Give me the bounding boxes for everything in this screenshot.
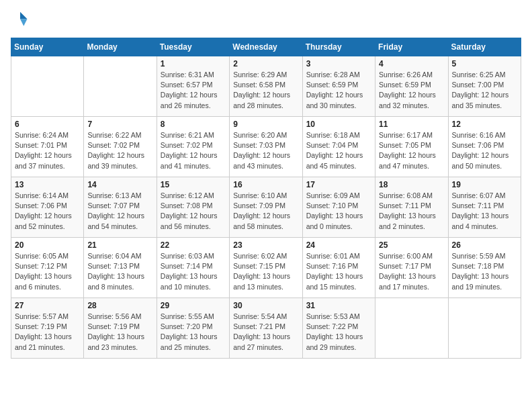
day-number: 13 (15, 180, 80, 189)
day-number: 8 (161, 120, 226, 129)
calendar-cell: 15Sunrise: 6:12 AM Sunset: 7:08 PM Dayli… (157, 177, 229, 238)
calendar-cell: 24Sunrise: 6:01 AM Sunset: 7:16 PM Dayli… (302, 238, 375, 298)
day-info: Sunrise: 5:56 AM Sunset: 7:19 PM Dayligh… (87, 312, 152, 353)
day-info: Sunrise: 6:22 AM Sunset: 7:02 PM Dayligh… (87, 130, 152, 171)
svg-marker-0 (20, 12, 28, 19)
calendar-cell: 12Sunrise: 6:16 AM Sunset: 7:06 PM Dayli… (448, 117, 521, 177)
calendar-cell: 1Sunrise: 6:31 AM Sunset: 6:57 PM Daylig… (157, 56, 229, 117)
day-info: Sunrise: 6:07 AM Sunset: 7:11 PM Dayligh… (452, 191, 517, 232)
calendar-cell (84, 56, 157, 117)
calendar-week-3: 13Sunrise: 6:14 AM Sunset: 7:06 PM Dayli… (11, 177, 521, 238)
day-number: 4 (379, 59, 444, 68)
calendar-cell: 26Sunrise: 5:59 AM Sunset: 7:18 PM Dayli… (448, 238, 521, 298)
calendar-week-4: 20Sunrise: 6:05 AM Sunset: 7:12 PM Dayli… (11, 238, 521, 298)
calendar-cell: 29Sunrise: 5:55 AM Sunset: 7:20 PM Dayli… (157, 298, 229, 359)
calendar-cell: 6Sunrise: 6:24 AM Sunset: 7:01 PM Daylig… (11, 117, 84, 177)
logo-icon (11, 11, 30, 30)
calendar-week-2: 6Sunrise: 6:24 AM Sunset: 7:01 PM Daylig… (11, 117, 521, 177)
day-info: Sunrise: 6:29 AM Sunset: 6:58 PM Dayligh… (233, 70, 298, 111)
day-info: Sunrise: 5:55 AM Sunset: 7:20 PM Dayligh… (161, 312, 226, 353)
day-number: 9 (233, 120, 298, 129)
calendar-cell: 10Sunrise: 6:18 AM Sunset: 7:04 PM Dayli… (302, 117, 375, 177)
day-info: Sunrise: 6:13 AM Sunset: 7:07 PM Dayligh… (87, 191, 152, 232)
calendar-cell: 23Sunrise: 6:02 AM Sunset: 7:15 PM Dayli… (230, 238, 302, 298)
calendar-cell: 5Sunrise: 6:25 AM Sunset: 7:00 PM Daylig… (448, 56, 521, 117)
day-number: 22 (161, 240, 226, 250)
calendar-body: 1Sunrise: 6:31 AM Sunset: 6:57 PM Daylig… (11, 56, 521, 359)
day-number: 26 (452, 240, 517, 250)
calendar-cell: 21Sunrise: 6:04 AM Sunset: 7:13 PM Dayli… (84, 238, 157, 298)
day-number: 16 (233, 180, 298, 189)
day-info: Sunrise: 6:17 AM Sunset: 7:05 PM Dayligh… (379, 130, 444, 171)
day-number: 18 (379, 180, 444, 189)
day-number: 6 (15, 120, 80, 129)
day-info: Sunrise: 6:03 AM Sunset: 7:14 PM Dayligh… (161, 251, 226, 292)
day-number: 7 (87, 120, 152, 129)
day-number: 31 (306, 301, 371, 310)
day-info: Sunrise: 6:08 AM Sunset: 7:11 PM Dayligh… (379, 191, 444, 232)
day-info: Sunrise: 6:02 AM Sunset: 7:15 PM Dayligh… (233, 251, 298, 292)
calendar-cell: 30Sunrise: 5:54 AM Sunset: 7:21 PM Dayli… (230, 298, 302, 359)
calendar-cell: 22Sunrise: 6:03 AM Sunset: 7:14 PM Dayli… (157, 238, 229, 298)
weekday-header-saturday: Saturday (448, 38, 521, 56)
day-number: 29 (161, 301, 226, 310)
day-info: Sunrise: 6:05 AM Sunset: 7:12 PM Dayligh… (15, 251, 80, 292)
calendar-cell (375, 298, 448, 359)
day-number: 30 (233, 301, 298, 310)
weekday-header-tuesday: Tuesday (157, 38, 229, 56)
day-number: 12 (452, 120, 517, 129)
day-number: 11 (379, 120, 444, 129)
day-info: Sunrise: 6:09 AM Sunset: 7:10 PM Dayligh… (306, 191, 371, 232)
calendar-header: SundayMondayTuesdayWednesdayThursdayFrid… (11, 38, 521, 56)
logo (11, 11, 34, 30)
day-number: 1 (161, 59, 226, 68)
day-number: 5 (452, 59, 517, 68)
calendar-cell: 7Sunrise: 6:22 AM Sunset: 7:02 PM Daylig… (84, 117, 157, 177)
day-number: 21 (87, 240, 152, 250)
calendar-cell: 14Sunrise: 6:13 AM Sunset: 7:07 PM Dayli… (84, 177, 157, 238)
calendar-cell: 18Sunrise: 6:08 AM Sunset: 7:11 PM Dayli… (375, 177, 448, 238)
calendar-cell: 2Sunrise: 6:29 AM Sunset: 6:58 PM Daylig… (230, 56, 302, 117)
weekday-header-friday: Friday (375, 38, 448, 56)
calendar-cell: 13Sunrise: 6:14 AM Sunset: 7:06 PM Dayli… (11, 177, 84, 238)
calendar-cell: 9Sunrise: 6:20 AM Sunset: 7:03 PM Daylig… (230, 117, 302, 177)
day-info: Sunrise: 6:25 AM Sunset: 7:00 PM Dayligh… (452, 70, 517, 111)
day-info: Sunrise: 6:16 AM Sunset: 7:06 PM Dayligh… (452, 130, 517, 171)
day-info: Sunrise: 5:54 AM Sunset: 7:21 PM Dayligh… (233, 312, 298, 353)
day-info: Sunrise: 6:12 AM Sunset: 7:08 PM Dayligh… (161, 191, 226, 232)
day-info: Sunrise: 5:59 AM Sunset: 7:18 PM Dayligh… (452, 251, 517, 292)
calendar-cell (448, 298, 521, 359)
day-info: Sunrise: 6:18 AM Sunset: 7:04 PM Dayligh… (306, 130, 371, 171)
day-info: Sunrise: 5:57 AM Sunset: 7:19 PM Dayligh… (15, 312, 80, 353)
day-info: Sunrise: 6:31 AM Sunset: 6:57 PM Dayligh… (161, 70, 226, 111)
day-number: 27 (15, 301, 80, 310)
svg-marker-1 (20, 19, 28, 26)
day-number: 28 (87, 301, 152, 310)
day-info: Sunrise: 6:01 AM Sunset: 7:16 PM Dayligh… (306, 251, 371, 292)
calendar-cell: 20Sunrise: 6:05 AM Sunset: 7:12 PM Dayli… (11, 238, 84, 298)
weekday-header-sunday: Sunday (11, 38, 84, 56)
day-number: 17 (306, 180, 371, 189)
weekday-header-row: SundayMondayTuesdayWednesdayThursdayFrid… (11, 38, 521, 56)
calendar-cell: 28Sunrise: 5:56 AM Sunset: 7:19 PM Dayli… (84, 298, 157, 359)
calendar-cell: 31Sunrise: 5:53 AM Sunset: 7:22 PM Dayli… (302, 298, 375, 359)
calendar-cell: 25Sunrise: 6:00 AM Sunset: 7:17 PM Dayli… (375, 238, 448, 298)
day-number: 15 (161, 180, 226, 189)
day-number: 10 (306, 120, 371, 129)
calendar-cell: 17Sunrise: 6:09 AM Sunset: 7:10 PM Dayli… (302, 177, 375, 238)
calendar-week-5: 27Sunrise: 5:57 AM Sunset: 7:19 PM Dayli… (11, 298, 521, 359)
weekday-header-wednesday: Wednesday (230, 38, 302, 56)
day-info: Sunrise: 6:24 AM Sunset: 7:01 PM Dayligh… (15, 130, 80, 171)
day-number: 25 (379, 240, 444, 250)
calendar-cell: 8Sunrise: 6:21 AM Sunset: 7:02 PM Daylig… (157, 117, 229, 177)
day-info: Sunrise: 6:21 AM Sunset: 7:02 PM Dayligh… (161, 130, 226, 171)
day-info: Sunrise: 6:20 AM Sunset: 7:03 PM Dayligh… (233, 130, 298, 171)
calendar-cell (11, 56, 84, 117)
weekday-header-thursday: Thursday (302, 38, 375, 56)
day-info: Sunrise: 6:00 AM Sunset: 7:17 PM Dayligh… (379, 251, 444, 292)
calendar-cell: 4Sunrise: 6:26 AM Sunset: 6:59 PM Daylig… (375, 56, 448, 117)
weekday-header-monday: Monday (84, 38, 157, 56)
day-number: 23 (233, 240, 298, 250)
calendar-cell: 11Sunrise: 6:17 AM Sunset: 7:05 PM Dayli… (375, 117, 448, 177)
calendar-table: SundayMondayTuesdayWednesdayThursdayFrid… (11, 38, 521, 359)
